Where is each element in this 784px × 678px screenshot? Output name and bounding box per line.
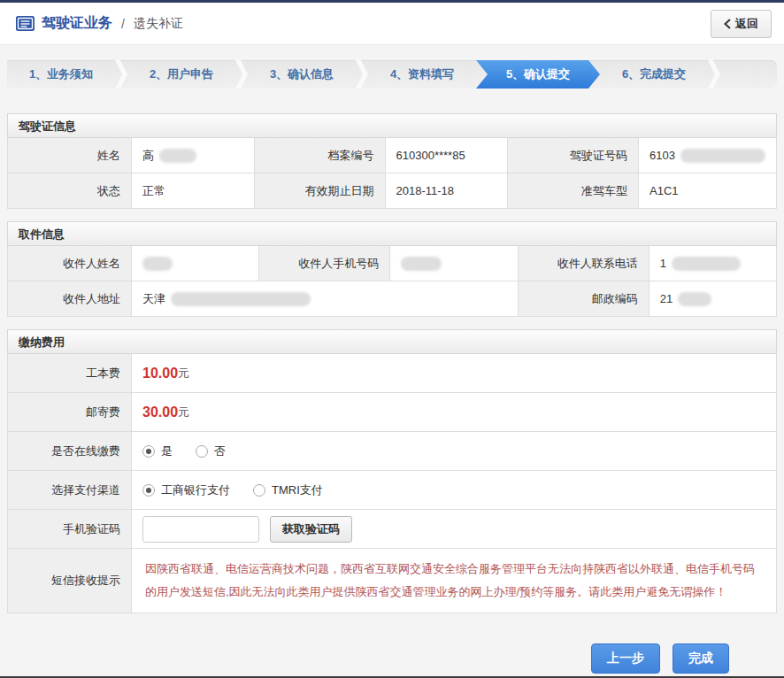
radio-online-no[interactable]: 否 (196, 443, 226, 459)
redacted-value (678, 292, 711, 306)
redacted-value (159, 149, 196, 163)
name-value: 高 (132, 138, 255, 173)
recipient-mobile-label: 收件人手机号码 (259, 246, 390, 281)
recipient-mobile-value (390, 246, 518, 281)
step-1-notice[interactable]: 1、业务须知 (7, 60, 115, 89)
section-payment: 缴纳费用 工本费 10.00 元 邮寄费 30.00 元 是否在线缴费 是 否 (7, 329, 777, 613)
sms-code-input[interactable] (142, 516, 259, 543)
recipient-name-label: 收件人姓名 (8, 246, 132, 281)
radio-channel-icbc[interactable]: 工商银行支付 (142, 482, 230, 498)
card-fee-value: 10.00 元 (132, 354, 777, 393)
payment-channel-options: 工商银行支付 TMRI支付 (132, 471, 777, 510)
radio-channel-tmri[interactable]: TMRI支付 (253, 482, 323, 498)
license-no-value: 6103 (639, 138, 777, 173)
redacted-value (401, 257, 442, 271)
redacted-value (171, 292, 311, 306)
radio-online-yes[interactable]: 是 (142, 443, 173, 459)
section-pickup-info: 取件信息 收件人姓名 收件人手机号码 收件人联系电话 1 收件人地址 天津 邮政… (7, 221, 777, 317)
step-separator-chevron (708, 60, 720, 89)
recipient-phone-value: 1 (649, 246, 777, 281)
step-3-confirm-info[interactable]: 3、确认信息 (248, 60, 356, 89)
page-header: 驾驶证业务 / 遗失补证 返回 (0, 3, 784, 45)
radio-unselected-icon[interactable] (253, 484, 265, 497)
radio-online-no-label: 否 (214, 443, 226, 459)
radio-selected-icon[interactable] (142, 445, 155, 458)
radio-selected-icon[interactable] (142, 484, 155, 497)
postage-fee-amount: 30.00 (142, 404, 178, 420)
payment-channel-label: 选择支付渠道 (8, 471, 132, 510)
postage-fee-label: 邮寄费 (8, 393, 132, 432)
license-menu-icon (16, 16, 35, 31)
license-no-label: 驾驶证号码 (508, 138, 639, 173)
postage-fee-unit: 元 (178, 404, 189, 420)
sms-notice-label: 短信接收提示 (8, 549, 132, 613)
redacted-value (672, 257, 741, 271)
radio-channel-tmri-label: TMRI支付 (272, 482, 323, 498)
recipient-phone-label: 收件人联系电话 (519, 246, 649, 281)
sms-notice-text: 因陕西省联通、电信运营商技术问题，陕西省互联网交通安全综合服务管理平台无法向持陕… (132, 549, 777, 613)
breadcrumb-separator: / (121, 17, 125, 31)
status-value: 正常 (132, 173, 255, 209)
previous-step-button[interactable]: 上一步 (591, 643, 660, 674)
card-fee-label: 工本费 (8, 354, 132, 393)
step-2-declaration[interactable]: 2、用户申告 (127, 60, 235, 89)
sms-code-row: 获取验证码 (132, 510, 777, 549)
get-sms-code-button[interactable]: 获取验证码 (270, 516, 352, 543)
back-button[interactable]: 返回 (711, 10, 772, 38)
vehicle-class-label: 准驾车型 (508, 173, 639, 209)
name-label: 姓名 (8, 138, 132, 173)
file-no-value: 610300****85 (386, 138, 509, 173)
vehicle-class-value: A1C1 (639, 173, 777, 209)
postcode-label: 邮政编码 (519, 281, 649, 317)
section-title-pickup: 取件信息 (7, 221, 777, 246)
step-separator-chevron (356, 60, 368, 89)
chevron-left-icon (724, 19, 731, 29)
online-payment-options: 是 否 (132, 432, 777, 471)
recipient-address-value: 天津 (132, 281, 519, 317)
file-no-label: 档案编号 (255, 138, 386, 173)
online-payment-label: 是否在线缴费 (8, 432, 132, 471)
step-progress-bar: 1、业务须知 2、用户申告 3、确认信息 4、资料填写 5、确认提交 6、完成提… (7, 60, 777, 89)
radio-channel-icbc-label: 工商银行支付 (161, 482, 230, 498)
card-fee-unit: 元 (178, 366, 189, 381)
status-label: 状态 (8, 173, 132, 209)
step-5-confirm-submit-active[interactable]: 5、确认提交 (476, 60, 600, 89)
finish-button[interactable]: 完成 (673, 643, 729, 674)
breadcrumb: 驾驶证业务 / 遗失补证 (16, 14, 183, 33)
section-title-payment: 缴纳费用 (7, 329, 777, 354)
redacted-value (142, 257, 173, 271)
step-separator-chevron (235, 60, 248, 89)
footer-actions: 上一步 完成 (0, 643, 729, 674)
step-separator-chevron (115, 60, 127, 89)
recipient-address-label: 收件人地址 (8, 281, 132, 317)
expiry-label: 有效期止日期 (255, 173, 386, 209)
section-title-license: 驾驶证信息 (7, 113, 777, 138)
postage-fee-value: 30.00 元 (132, 393, 777, 432)
step-6-complete-submit[interactable]: 6、完成提交 (600, 60, 708, 89)
card-fee-amount: 10.00 (142, 366, 178, 381)
postcode-value: 21 (649, 281, 777, 317)
page-title: 驾驶证业务 (42, 14, 112, 33)
breadcrumb-current: 遗失补证 (134, 16, 183, 32)
back-button-label: 返回 (735, 16, 758, 32)
recipient-name-value (132, 246, 259, 281)
expiry-value: 2018-11-18 (386, 173, 509, 209)
section-license-info: 驾驶证信息 姓名 高 档案编号 610300****85 驾驶证号码 6103 … (7, 113, 777, 209)
radio-unselected-icon[interactable] (196, 445, 208, 458)
radio-online-yes-label: 是 (161, 443, 173, 459)
step-4-fill-data[interactable]: 4、资料填写 (368, 60, 476, 89)
redacted-value (680, 149, 765, 163)
sms-code-label: 手机验证码 (8, 510, 132, 549)
